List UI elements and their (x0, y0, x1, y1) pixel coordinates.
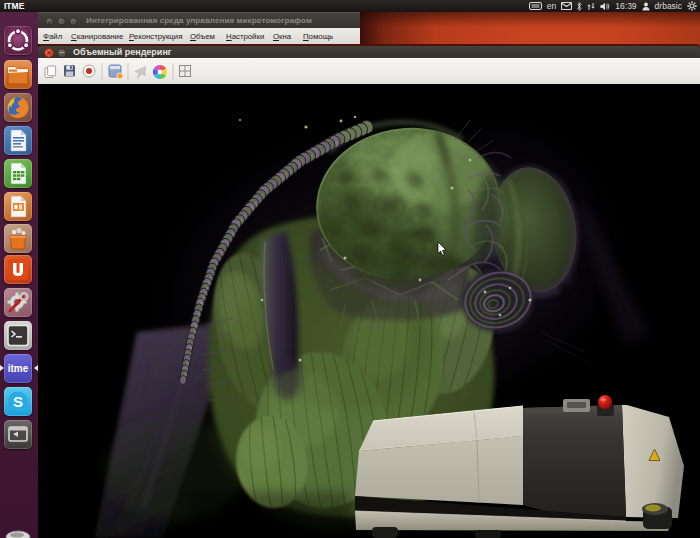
svg-text:S: S (13, 393, 23, 410)
